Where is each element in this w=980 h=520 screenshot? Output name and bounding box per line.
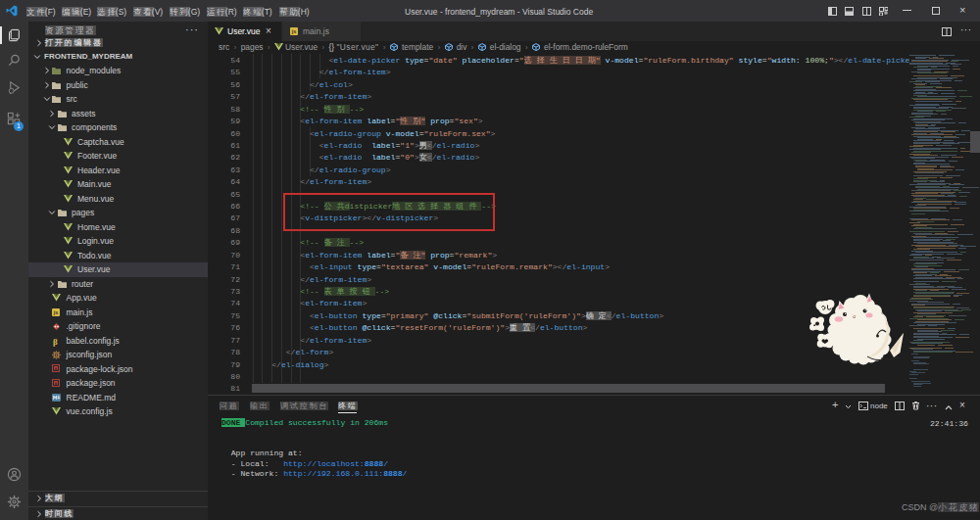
svg-text:js: js	[53, 309, 59, 315]
svg-text:js: js	[291, 28, 297, 34]
